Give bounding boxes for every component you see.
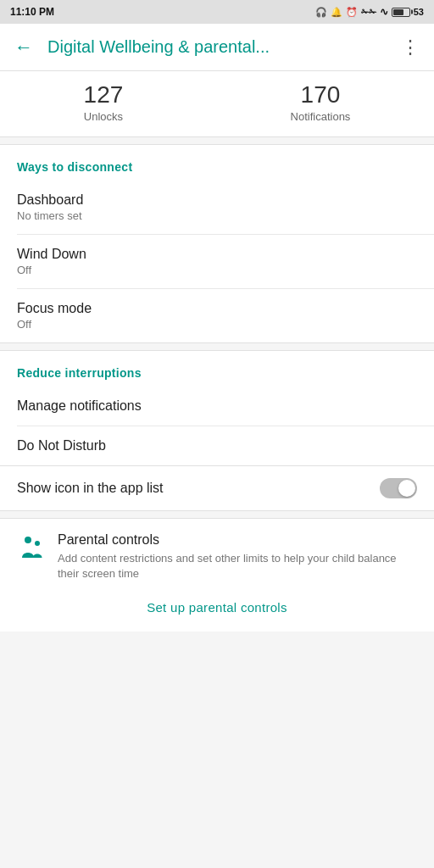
back-button[interactable]: ← — [7, 31, 41, 64]
unlocks-label: Unlocks — [84, 110, 123, 123]
notifications-label: Notifications — [291, 110, 351, 123]
svg-point-0 — [25, 537, 31, 543]
svg-point-1 — [35, 541, 40, 546]
more-options-button[interactable]: ⋮ — [393, 31, 427, 64]
notifications-count: 170 — [301, 81, 341, 108]
reduce-interruptions-header: Reduce interruptions — [0, 351, 434, 387]
wind-down-item[interactable]: Wind Down Off — [0, 235, 434, 288]
show-icon-title: Show icon in the app list — [17, 481, 164, 496]
set-up-parental-controls-link[interactable]: Set up parental controls — [17, 590, 417, 618]
parental-controls-section: Parental controls Add content restrictio… — [0, 518, 434, 632]
parental-controls-title: Parental controls — [58, 532, 417, 548]
signal-icon: ✁✁ — [361, 7, 376, 18]
focus-mode-title: Focus mode — [17, 301, 92, 316]
headphone-icon: 🎧 — [315, 7, 327, 18]
show-icon-toggle[interactable] — [380, 478, 417, 498]
parental-controls-icon — [17, 534, 46, 569]
wind-down-subtitle: Off — [17, 264, 86, 276]
manage-notifications-item[interactable]: Manage notifications — [0, 387, 434, 426]
battery-percent: 53 — [414, 7, 424, 17]
status-icons: 🎧 🔔 ⏰ ✁✁ ∿ 53 — [315, 6, 424, 18]
wifi-icon: ∿ — [380, 6, 388, 18]
battery-icon — [392, 8, 410, 17]
reduce-interruptions-section: Reduce interruptions Manage notification… — [0, 350, 434, 466]
unlocks-count: 127 — [84, 81, 124, 108]
do-not-disturb-title: Do Not Disturb — [17, 438, 106, 453]
time-display: 11:10 PM — [10, 6, 54, 18]
alarm-icon: ⏰ — [346, 7, 358, 18]
parental-controls-subtitle: Add content restrictions and set other l… — [58, 551, 417, 581]
toggle-knob — [398, 480, 415, 497]
bell-icon: 🔔 — [331, 7, 342, 18]
dashboard-subtitle: No timers set — [17, 209, 83, 222]
more-icon: ⋮ — [401, 36, 420, 58]
back-icon: ← — [14, 36, 33, 58]
show-icon-item[interactable]: Show icon in the app list — [0, 466, 434, 510]
dashboard-title: Dashboard — [17, 192, 83, 208]
page-title: Digital Wellbeing & parental... — [47, 37, 387, 57]
wind-down-title: Wind Down — [17, 247, 86, 262]
dashboard-item[interactable]: Dashboard No timers set — [0, 181, 434, 234]
status-bar: 11:10 PM 🎧 🔔 ⏰ ✁✁ ∿ 53 — [0, 0, 434, 24]
app-bar: ← Digital Wellbeing & parental... ⋮ — [0, 24, 434, 71]
do-not-disturb-item[interactable]: Do Not Disturb — [0, 426, 434, 465]
stats-row: 127 Unlocks 170 Notifications — [0, 71, 434, 137]
show-icon-section: Show icon in the app list — [0, 466, 434, 511]
manage-notifications-title: Manage notifications — [17, 398, 142, 414]
ways-to-disconnect-header: Ways to disconnect — [0, 145, 434, 181]
focus-mode-subtitle: Off — [17, 318, 92, 331]
unlocks-stat: 127 Unlocks — [84, 81, 124, 123]
focus-mode-item[interactable]: Focus mode Off — [0, 289, 434, 342]
ways-to-disconnect-section: Ways to disconnect Dashboard No timers s… — [0, 144, 434, 343]
status-time: 11:10 PM — [10, 6, 54, 18]
notifications-stat: 170 Notifications — [291, 81, 351, 123]
